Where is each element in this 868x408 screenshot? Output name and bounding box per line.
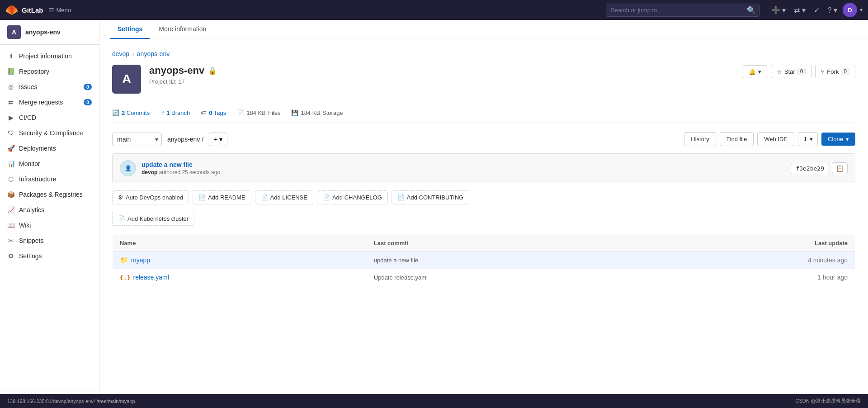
todo-button[interactable]: ✓ <box>811 4 822 16</box>
tags-link[interactable]: 0 Tags <box>209 109 226 116</box>
folder-commit-link[interactable]: update a new file <box>374 257 418 264</box>
sidebar-item-wiki[interactable]: 📖 Wiki <box>0 218 99 233</box>
stat-files: 📄 184 KB Files <box>237 109 280 116</box>
yaml-commit-link[interactable]: Update release.yaml <box>374 274 428 281</box>
bell-chevron: ▾ <box>758 68 761 75</box>
auto-devops-button[interactable]: ⚙ Auto DevOps enabled <box>112 190 189 204</box>
sidebar-item-project-information[interactable]: ℹ Project information <box>0 48 99 64</box>
sidebar-item-cicd[interactable]: ▶ CI/CD <box>0 110 99 125</box>
history-button[interactable]: History <box>684 132 716 146</box>
add-license-button[interactable]: 📄 Add LICENSE <box>255 190 313 204</box>
file-commit-cell: Update release.yaml <box>367 269 639 286</box>
branch-count: 1 <box>166 109 170 116</box>
find-file-button[interactable]: Find file <box>720 132 754 146</box>
sidebar-item-snippets[interactable]: ✂ Snippets <box>0 233 99 248</box>
app-logo[interactable]: GitLab <box>5 4 43 16</box>
notifications-button[interactable]: 🔔 ▾ <box>743 65 767 78</box>
commit-meta: devop authored 25 seconds ago <box>142 169 785 176</box>
branch-select[interactable]: main <box>112 133 162 146</box>
sidebar-label-wiki: Wiki <box>19 222 31 229</box>
gear-small-icon: ⚙ <box>118 194 123 201</box>
clone-button[interactable]: Clone ▾ <box>821 133 855 146</box>
stat-storage: 💾 184 KB Storage <box>291 109 343 116</box>
sidebar-label-settings: Settings <box>19 252 42 260</box>
plus-icon: + <box>214 136 217 143</box>
add-kubernetes-button[interactable]: 📄 Add Kubernetes cluster <box>112 212 194 226</box>
stat-branches: ⑂ 1 Branch <box>160 109 190 116</box>
footer-url: 139.198.166.235:81/devop/anyops-env/-/tr… <box>7 399 135 404</box>
commit-time: 25 seconds ago <box>182 169 220 176</box>
help-button[interactable]: ? ▾ <box>825 4 840 16</box>
commits-count: 2 <box>122 109 125 116</box>
project-header: A anyops-env 🔒 Project ID: 17 🔔 ▾ ☆ <box>112 65 855 94</box>
breadcrumb-project-link[interactable]: anyops-env <box>137 50 170 57</box>
sidebar-item-settings[interactable]: ⚙ Settings <box>0 248 99 264</box>
menu-button[interactable]: ☰ Menu <box>49 7 71 14</box>
infra-icon: ⬡ <box>7 176 14 183</box>
commit-message[interactable]: update a new file <box>142 161 785 168</box>
merge-icon: ⇄ <box>7 99 14 106</box>
sidebar-item-infrastructure[interactable]: ⬡ Infrastructure <box>0 171 99 187</box>
sidebar-item-packages-registries[interactable]: 📦 Packages & Registries <box>0 187 99 202</box>
content-area: devop › anyops-env A anyops-env 🔒 Projec… <box>99 39 868 297</box>
sidebar: A anyops-env ℹ Project information 📗 Rep… <box>0 20 99 408</box>
commits-link[interactable]: 2 Commits <box>122 109 150 116</box>
tab-more-information[interactable]: More information <box>151 20 213 39</box>
sidebar-item-security-compliance[interactable]: 🛡 Security & Compliance <box>0 125 99 141</box>
commit-hash: f3e2be29 📋 <box>791 162 848 174</box>
download-button[interactable]: ⬇ ▾ <box>798 132 818 146</box>
clone-chevron: ▾ <box>846 136 849 142</box>
stats-row: 🔄 2 Commits ⑂ 1 Branch 🏷 <box>112 103 855 123</box>
web-ide-button[interactable]: Web IDE <box>757 132 794 146</box>
files-label: Files <box>268 109 280 116</box>
sidebar-item-monitor[interactable]: 📊 Monitor <box>0 156 99 171</box>
project-actions: 🔔 ▾ ☆ Star 0 ⑂ Fork 0 <box>743 65 855 78</box>
sidebar-item-deployments[interactable]: 🚀 Deployments <box>0 141 99 156</box>
layout: A anyops-env ℹ Project information 📗 Rep… <box>0 20 868 408</box>
add-readme-button[interactable]: 📄 Add README <box>193 190 251 204</box>
sidebar-label-repository: Repository <box>19 68 49 75</box>
avatar[interactable]: D <box>843 3 857 17</box>
commit-authored: authored <box>159 169 182 176</box>
sidebar-label-cicd: CI/CD <box>19 114 36 121</box>
sidebar-label-security-compliance: Security & Compliance <box>19 129 83 137</box>
commit-hash-text: f3e2be29 <box>791 163 829 174</box>
commit-author-avatar: 👤 <box>120 160 136 176</box>
action-buttons-row: ⚙ Auto DevOps enabled 📄 Add README 📄 Add… <box>112 190 855 226</box>
commits-icon: 🔄 <box>112 109 119 116</box>
search-input[interactable] <box>606 4 760 17</box>
commit-info: update a new file devop authored 25 seco… <box>142 161 785 176</box>
search-icon[interactable]: 🔍 <box>747 6 756 14</box>
deploy-icon: 🚀 <box>7 145 14 152</box>
add-kubernetes-label: Add Kubernetes cluster <box>127 215 189 222</box>
merge-requests-nav-button[interactable]: ⇄ ▾ <box>791 4 808 16</box>
analytics-icon: 📈 <box>7 206 14 213</box>
sidebar-label-issues: Issues <box>19 83 37 90</box>
create-new-button[interactable]: ➕ ▾ <box>769 4 788 16</box>
tab-settings[interactable]: Settings <box>110 20 150 39</box>
gear-icon: ⚙ <box>7 252 14 260</box>
fork-button[interactable]: ⑂ Fork 0 <box>815 65 855 78</box>
folder-myapp-link[interactable]: 📁 myapp <box>120 256 359 264</box>
commit-author-link[interactable]: devop <box>142 169 157 176</box>
commits-label: Commits <box>127 109 150 116</box>
sidebar-item-repository[interactable]: 📗 Repository <box>0 64 99 79</box>
sidebar-item-issues[interactable]: ◎ Issues 0 <box>0 79 99 95</box>
footer-bar: 139.198.166.235:81/devop/anyops-env/-/tr… <box>0 394 868 408</box>
storage-icon: 💾 <box>291 109 298 116</box>
branches-link[interactable]: 1 Branch <box>166 109 190 116</box>
breadcrumb-group-link[interactable]: devop <box>112 50 129 57</box>
add-file-button[interactable]: + ▾ <box>209 133 227 146</box>
file-table-body: 📁 myapp update a new file 4 minutes ago <box>113 251 855 286</box>
sidebar-item-analytics[interactable]: 📈 Analytics <box>0 202 99 218</box>
add-contributing-button[interactable]: 📄 Add CONTRIBUTING <box>392 190 470 204</box>
folder-icon: 📁 <box>120 256 128 264</box>
file-release-yaml-link[interactable]: {.} release.yaml <box>120 274 359 281</box>
star-button[interactable]: ☆ Star 0 <box>771 65 812 78</box>
stat-tags: 🏷 0 Tags <box>201 109 226 116</box>
copy-hash-button[interactable]: 📋 <box>832 162 848 174</box>
project-title: anyops-env 🔒 <box>149 65 743 76</box>
sidebar-item-merge-requests[interactable]: ⇄ Merge requests 0 <box>0 95 99 110</box>
add-changelog-button[interactable]: 📄 Add CHANGELOG <box>317 190 388 204</box>
changelog-icon: 📄 <box>323 194 330 201</box>
